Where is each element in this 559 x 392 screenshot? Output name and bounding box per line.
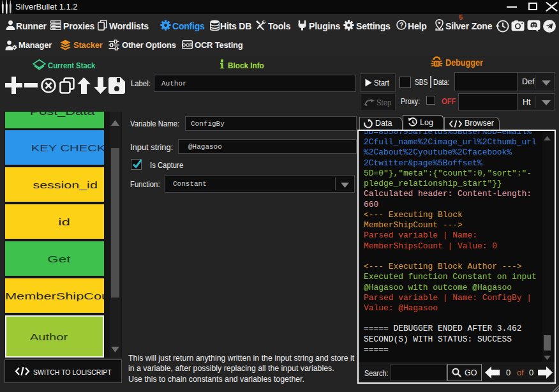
svg-text:?: ? <box>399 22 403 29</box>
svg-text:OCR: OCR <box>182 42 193 48</box>
